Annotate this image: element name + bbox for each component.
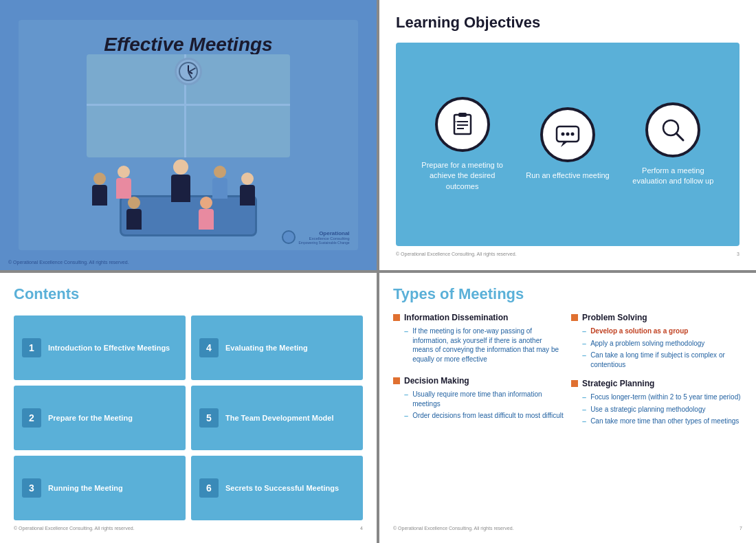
content-number-5: 5 [199,408,219,428]
logo-line1: Operational [298,230,349,236]
slide-3-title: Contents [14,285,363,303]
objective-2-text: Run an effective meeting [526,170,609,181]
logo-line3: Empowering Sustainable Change [298,241,349,245]
person-center [171,159,190,202]
slide-4-footer: © Operational Excellence Consulting. All… [393,526,742,531]
type-item-info-1: – If the meeting is for one-way passing … [404,326,564,364]
type-items-decision: – Usually require more time than informa… [393,390,564,421]
meeting-scene [78,133,298,250]
slide-2-page: 3 [737,252,740,256]
content-number-4: 4 [199,338,219,357]
content-item-2: 2 Prepare for the Meeting [14,386,186,450]
slide-4-copyright: © Operational Excellence Consulting. All… [393,526,514,531]
type-bullet-info [393,314,400,321]
type-text-strategic-2: Use a strategic planning methodology [590,405,705,414]
decision-section: Decision Making – Usually require more t… [393,376,564,423]
dash-problem-1: – [582,327,586,335]
type-text-problem-1: Develop a solution as a group [590,326,688,336]
type-text-problem-3: Can take a long time if subject is compl… [590,351,742,369]
slide-1-logo: Operational Excellence Consulting Empowe… [282,230,349,245]
slide-2-title: Learning Objectives [396,14,740,32]
type-items-info: – If the meeting is for one-way passing … [393,326,564,366]
window-divider-h [87,104,290,106]
person-2 [116,166,131,199]
objective-1-text: Prepare for a meeting to achieve the des… [418,160,507,192]
svg-point-11 [561,133,564,136]
slide-4-title: Types of Meetings [393,285,742,303]
svg-point-0 [179,63,197,80]
dash-strategic-3: – [582,417,586,425]
objective-2: Run an effective meeting [523,107,612,181]
slide-2: Learning Objectives Prepare for a meetin… [379,0,756,270]
type-item-strategic-2: – Use a strategic planning methodology [582,405,742,414]
content-label-1: Introduction to Effective Meetings [48,343,170,353]
chat-svg [554,121,581,148]
type-text-strategic-3: Can take more time than other types of m… [590,417,739,426]
contents-grid: 1 Introduction to Effective Meetings 4 E… [14,315,363,520]
clock-svg [178,61,199,82]
type-bullet-decision [393,377,400,384]
type-bullet-problem [571,314,578,321]
slide-2-copyright: © Operational Excellence Consulting. All… [396,252,517,256]
objective-3: Perform a meeting evaluation and follow … [628,102,718,187]
type-bullet-strategic [571,380,578,387]
type-item-problem-2: – Apply a problem solving methodology [582,339,742,348]
type-header-info: Information Dissemination [393,313,564,322]
person-4 [240,173,255,206]
person-3 [212,166,227,199]
type-text-decision-2: Order decisions from least difficult to … [412,411,564,421]
content-item-5: 5 The Team Development Model [191,386,363,450]
content-label-4: Evaluating the Meeting [225,343,308,353]
slide-3-copyright: © Operational Excellence Consulting. All… [14,526,135,531]
slide-1: Effective Meetings [0,0,377,270]
type-header-decision: Decision Making [393,376,564,386]
slide-1-copyright: © Operational Excellence Consulting. All… [8,260,129,265]
dash-decision-1: – [404,390,408,399]
slide-2-content: Prepare for a meeting to achieve the des… [396,43,740,246]
type-item-problem-1: – Develop a solution as a group [582,326,742,336]
slide-3-page: 4 [360,526,363,531]
dash-problem-2: – [582,340,586,348]
type-text-decision-1: Usually require more time than informati… [412,390,564,408]
content-label-6: Secrets to Successful Meetings [225,483,339,493]
type-item-strategic-1: – Focus longer-term (within 2 to 5 year … [582,392,742,402]
slide-2-footer: © Operational Excellence Consulting. All… [396,252,740,256]
content-number-2: 2 [22,408,41,428]
dash-problem-3: – [582,351,586,359]
type-section-problem: Problem Solving – Develop a solution as … [571,313,742,520]
dash-decision-2: – [404,412,408,420]
type-title-strategic: Strategic Planning [582,379,654,388]
slide-1-title: Effective Meetings [104,34,272,56]
type-header-problem: Problem Solving [571,313,742,322]
objective-3-text: Perform a meeting evaluation and follow … [628,166,718,187]
slide-4-page: 7 [740,526,742,531]
slide-3: Contents 1 Introduction to Effective Mee… [0,273,377,543]
content-number-3: 3 [22,478,41,498]
content-label-5: The Team Development Model [225,413,334,423]
type-text-problem-2: Apply a problem solving methodology [590,339,704,348]
slide-3-footer: © Operational Excellence Consulting. All… [14,526,363,531]
person-1 [92,173,107,206]
types-content: Information Dissemination – If the meeti… [393,313,742,520]
type-item-decision-2: – Order decisions from least difficult t… [404,411,564,421]
type-title-info: Information Dissemination [404,313,508,322]
clock-icon [175,58,202,85]
svg-line-15 [676,133,683,140]
type-header-strategic: Strategic Planning [571,379,742,388]
svg-point-13 [570,133,574,136]
search-svg [659,116,687,144]
type-title-problem: Problem Solving [582,313,647,322]
svg-rect-4 [458,113,467,117]
content-item-1: 1 Introduction to Effective Meetings [14,315,186,380]
search-icon [645,102,700,157]
strategic-section: Strategic Planning – Focus longer-term (… [571,379,742,429]
type-item-strategic-3: – Can take more time than other types of… [582,417,742,426]
content-item-3: 3 Running the Meeting [14,456,186,520]
chat-icon [540,107,595,162]
type-item-decision-1: – Usually require more time than informa… [404,390,564,408]
content-number-1: 1 [22,338,41,357]
content-number-6: 6 [199,478,219,498]
type-items-problem: – Develop a solution as a group – Apply … [571,326,742,372]
dash-strategic-1: – [582,393,586,401]
content-item-4: 4 Evaluating the Meeting [191,315,363,380]
